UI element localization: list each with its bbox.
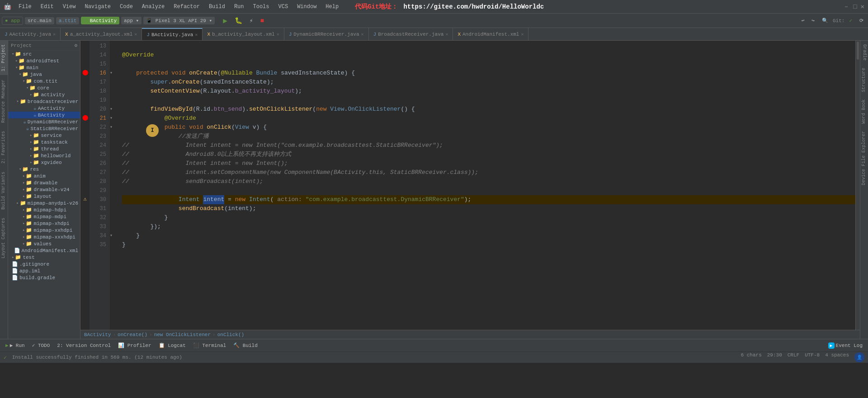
tree-item-java[interactable]: ▾📁java: [8, 71, 80, 78]
tab-a-layout[interactable]: X a_activity_layout.xml ✕: [61, 28, 142, 41]
project-panel-tab[interactable]: 1: Project: [0, 41, 8, 75]
menu-run[interactable]: Run: [232, 3, 246, 11]
breadcrumb-bactivity[interactable]: BActivity: [84, 332, 111, 337]
menu-refactor[interactable]: Refactor: [172, 3, 202, 11]
git-check[interactable]: ✓: [846, 17, 855, 24]
window-restore[interactable]: □: [853, 3, 857, 10]
tree-item-bactivity[interactable]: ☕BActivity: [8, 112, 80, 118]
git-sync[interactable]: ⟳: [857, 17, 866, 24]
gutter-30[interactable]: ⚠: [80, 194, 90, 203]
profiler-btn[interactable]: 📊 Profiler: [116, 342, 153, 349]
tab-dynamic-br[interactable]: J DynamicBRReceiver.java ✕: [284, 28, 369, 41]
breakpoint-icon-16[interactable]: ⬤: [82, 69, 88, 76]
tree-item-res[interactable]: ▾📁res: [8, 166, 80, 173]
tree-item-thread[interactable]: ▸📁thread: [8, 145, 80, 152]
gradle-tab[interactable]: Gradle: [860, 41, 868, 64]
tree-item-drawable-v24[interactable]: ▸📁drawable-v24: [8, 186, 80, 193]
tree-item-androidmanifest-xml[interactable]: 📄AndroidManifest.xml: [8, 247, 80, 254]
debug-button[interactable]: 🐛: [232, 16, 245, 25]
close-tab-icon[interactable]: ✕: [134, 32, 137, 37]
terminal-btn[interactable]: ⬛ Terminal: [191, 342, 228, 349]
build-btn[interactable]: 🔨 Build: [231, 342, 259, 349]
tree-item-dynamicbrreceiver[interactable]: ☕DynamicBRReceiver: [8, 118, 80, 125]
breadcrumb-onclick[interactable]: onClick(): [217, 332, 244, 337]
tree-item-mipmap-hdpi[interactable]: ▸📁mipmap-hdpi: [8, 206, 80, 213]
tree-item-taskstack[interactable]: ▸📁taskstack: [8, 139, 80, 145]
tree-item-service[interactable]: ▸📁service: [8, 132, 80, 139]
tree-item-layout[interactable]: ▸📁layout: [8, 193, 80, 200]
tree-item-mipmap-xxxhdpi[interactable]: ▸📁mipmap-xxxhdpi: [8, 234, 80, 240]
gutter-21[interactable]: ⬤: [80, 113, 90, 122]
tree-item-main[interactable]: ▾📁main: [8, 64, 80, 71]
tree-item-values[interactable]: ▸📁values: [8, 240, 80, 247]
close-tab-icon[interactable]: ✕: [53, 32, 56, 37]
run-config[interactable]: ▶ BActivity: [81, 17, 119, 24]
tab-broadcast-receiver[interactable]: J BroadcastReceiver.java ✕: [369, 28, 453, 41]
tree-item-test[interactable]: ▸📁test: [8, 254, 80, 261]
tree-item-anim[interactable]: ▸📁anim: [8, 173, 80, 179]
tab-bactivity[interactable]: J BActivity.java ✕: [142, 28, 203, 41]
project-gear-icon[interactable]: ⚙: [74, 42, 77, 48]
close-tab-icon[interactable]: ✕: [277, 32, 279, 37]
menu-analyze[interactable]: Analyze: [140, 3, 166, 11]
close-tab-icon[interactable]: ✕: [195, 32, 198, 37]
close-tab-icon[interactable]: ✕: [361, 32, 364, 37]
window-minimize[interactable]: －: [843, 3, 849, 11]
close-tab-icon[interactable]: ✕: [521, 32, 524, 37]
breadcrumb-oncreate[interactable]: onCreate(): [118, 332, 147, 337]
tree-item-aactivity[interactable]: ☕AActivity: [8, 105, 80, 112]
logcat-btn[interactable]: 📋 Logcat: [157, 342, 188, 349]
structure-tab[interactable]: Structure: [860, 64, 868, 96]
device-selector[interactable]: 📱 Pixel 3 XL API 29 ▾: [143, 17, 215, 24]
tree-item-src[interactable]: ▾📁src: [8, 51, 80, 57]
menu-build[interactable]: Build: [207, 3, 227, 11]
tree-item-drawable[interactable]: ▸📁drawable: [8, 179, 80, 186]
tree-item-mipmap-mdpi[interactable]: ▸📁mipmap-mdpi: [8, 213, 80, 220]
tree-item-xgvideo[interactable]: ▸📁xgvideo: [8, 159, 80, 166]
todo-btn[interactable]: ✓ TODO: [30, 342, 52, 349]
search-button[interactable]: 🔍: [819, 17, 831, 24]
run-config-dropdown[interactable]: app ▾: [121, 17, 142, 24]
menu-navigate[interactable]: Navigate: [83, 3, 113, 11]
device-file-tab[interactable]: Device File Explorer: [860, 127, 868, 189]
attach-button[interactable]: ⚡: [247, 16, 256, 25]
menu-file[interactable]: File: [17, 3, 33, 11]
project-selector[interactable]: ● app: [2, 17, 23, 25]
tree-item-mipmap-anydpi[interactable]: ▸📁mipmap-anydpi-v26: [8, 200, 80, 206]
menu-vcs[interactable]: VCS: [277, 3, 290, 11]
run-tool-btn[interactable]: ▶ ▶ Run: [4, 342, 27, 349]
breadcrumb-listener[interactable]: new OnClickListener: [154, 332, 211, 337]
tree-item-gitignore[interactable]: 📄.gitignore: [8, 261, 80, 267]
tab-aactivity[interactable]: J AActivity.java ✕: [0, 28, 61, 41]
stop-button[interactable]: ■: [258, 16, 267, 25]
menu-view[interactable]: View: [61, 3, 78, 11]
build-variants-tab[interactable]: Build Variants: [0, 168, 8, 213]
breakpoint-gutter[interactable]: ⬤ ⬤ ⚠: [80, 41, 90, 330]
tree-item-mipmap-xxhdpi[interactable]: ▸📁mipmap-xxhdpi: [8, 227, 80, 234]
menu-help[interactable]: Help: [324, 3, 340, 11]
menu-window[interactable]: Window: [295, 3, 318, 11]
src-selector[interactable]: src.main: [25, 17, 54, 24]
tree-item-androidtest[interactable]: ▸📁androidTest: [8, 57, 80, 64]
tree-item-activity[interactable]: ▸📁activity: [8, 91, 80, 98]
code-editor[interactable]: I ⬤ ⬤ ⚠: [80, 41, 860, 339]
breakpoint-icon-21[interactable]: ⬤: [82, 114, 88, 121]
tree-item-com-ttit[interactable]: ▾📁com.ttit: [8, 78, 80, 84]
code-area[interactable]: @Override protected void onCreate(@Nulla…: [117, 41, 855, 330]
tab-androidmanifest[interactable]: X AndroidManifest.xml ✕: [453, 28, 528, 41]
menu-code[interactable]: Code: [118, 3, 135, 11]
activity-selector[interactable]: a.ttit: [56, 17, 80, 24]
favorites-tab[interactable]: 2: Favorites: [0, 127, 8, 167]
profile-icon[interactable]: 👤: [854, 352, 864, 362]
tree-item-app-iml[interactable]: 📄app.iml: [8, 267, 80, 274]
tab-b-layout[interactable]: X b_activity_layout.xml ✕: [203, 28, 284, 41]
tree-item-build-gradle[interactable]: 📄build.gradle: [8, 274, 80, 281]
version-control-btn[interactable]: 2: Version Control: [55, 342, 113, 349]
tree-item-broadcastreceiver[interactable]: ▾📁broadcastreceiver: [8, 98, 80, 105]
word-book-tab[interactable]: Word Book: [860, 96, 868, 127]
tree-item-staticbrreceiver[interactable]: ☕StaticBRReceiver: [8, 125, 80, 132]
window-close[interactable]: ✕: [861, 3, 864, 10]
resource-manager-tab[interactable]: Resource Manager: [0, 76, 8, 126]
menu-edit[interactable]: Edit: [39, 3, 56, 11]
menu-tools[interactable]: Tools: [251, 3, 271, 11]
